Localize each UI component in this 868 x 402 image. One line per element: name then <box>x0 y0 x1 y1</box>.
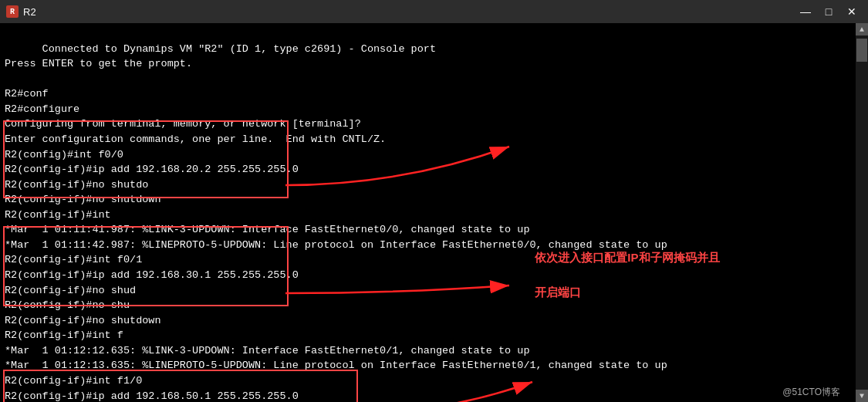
scroll-track[interactable] <box>856 35 868 390</box>
scroll-down-button[interactable]: ▼ <box>856 390 868 402</box>
title-bar: R R2 — □ ✕ <box>0 0 868 23</box>
app-icon: R <box>6 5 19 18</box>
scroll-up-button[interactable]: ▲ <box>856 23 868 35</box>
main-window: R R2 — □ ✕ Connected to Dynamips VM "R2"… <box>0 0 868 402</box>
minimize-button[interactable]: — <box>795 4 816 19</box>
scrollbar[interactable]: ▲ ▼ <box>856 23 868 402</box>
window-title: R2 <box>23 6 36 18</box>
scroll-thumb[interactable] <box>856 39 867 62</box>
arrow-2 <box>285 262 517 324</box>
title-bar-left: R R2 <box>6 5 36 18</box>
terminal-content[interactable]: Connected to Dynamips VM "R2" (ID 1, typ… <box>0 23 856 402</box>
close-button[interactable]: ✕ <box>842 4 862 19</box>
watermark: @51CTO博客 <box>782 386 840 399</box>
annotation-text: 依次进入接口配置IP和子网掩码并且 开启端口 <box>509 231 720 319</box>
annotation-line2: 开启端口 <box>535 285 581 299</box>
maximize-button[interactable]: □ <box>819 4 839 19</box>
terminal-area: Connected to Dynamips VM "R2" (ID 1, typ… <box>0 23 868 402</box>
window-controls: — □ ✕ <box>795 4 862 19</box>
terminal-text: Connected to Dynamips VM "R2" (ID 1, typ… <box>5 43 667 402</box>
annotation-line1: 依次进入接口配置IP和子网掩码并且 <box>535 251 719 264</box>
arrow-3 <box>355 367 540 402</box>
